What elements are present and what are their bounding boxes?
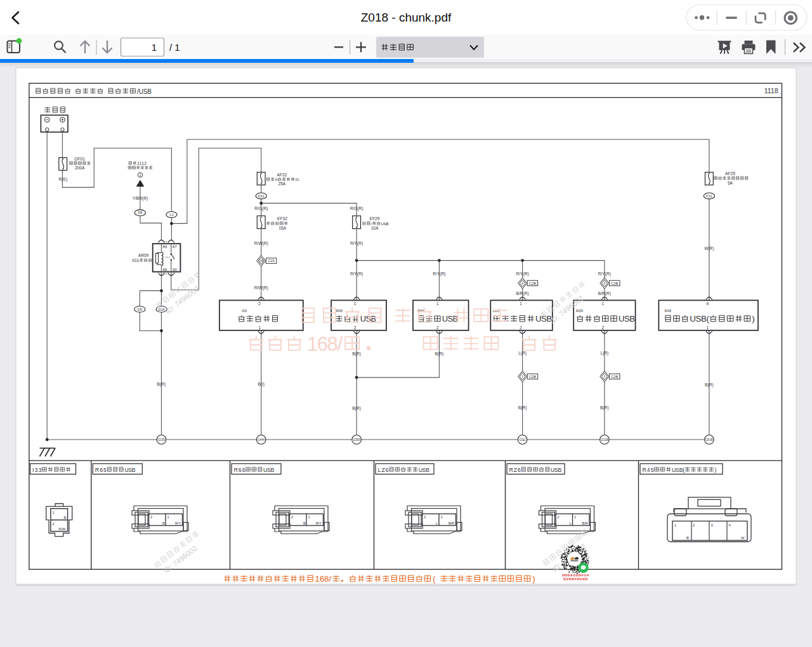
svg-text:Y/BR(R): Y/BR(R)	[133, 196, 148, 201]
svg-text:IG: IG	[295, 177, 299, 181]
svg-text:R/Y(R): R/Y(R)	[516, 271, 529, 277]
svg-text:): )	[752, 314, 754, 324]
svg-text:R/W(R): R/W(R)	[254, 285, 268, 291]
svg-text:B(R): B(R)	[435, 351, 444, 356]
svg-text:D5: D5	[138, 308, 142, 311]
svg-text:B(R): B(R)	[518, 405, 527, 410]
svg-text:2: 2	[693, 523, 695, 527]
svg-text:L1: L1	[169, 212, 173, 216]
svg-text:4: 4	[707, 301, 709, 306]
svg-text:RZ6: RZ6	[576, 309, 583, 313]
svg-text:B: B	[64, 516, 67, 520]
svg-text:USB(: USB(	[690, 314, 709, 324]
svg-text:G155: G155	[158, 438, 166, 441]
svg-text:B: B	[686, 536, 689, 540]
svg-text:EF32: EF32	[277, 216, 287, 221]
svg-text:1: 1	[441, 515, 443, 519]
svg-text:R45: R45	[643, 467, 654, 473]
svg-text:/ 1: / 1	[169, 42, 180, 53]
svg-text:R/W: R/W	[59, 527, 67, 531]
svg-text:EF29: EF29	[370, 216, 380, 221]
svg-text:R/Y(R): R/Y(R)	[598, 271, 611, 277]
svg-text:18: 18	[259, 259, 263, 263]
svg-text:1: 1	[520, 301, 522, 306]
svg-text:R/Y(R): R/Y(R)	[350, 241, 363, 246]
svg-text:LZ6: LZ6	[378, 467, 389, 473]
svg-text:R/Y(R): R/Y(R)	[350, 271, 363, 277]
svg-text:B(R): B(R)	[352, 406, 361, 411]
svg-text:168/: 168/	[315, 574, 331, 584]
svg-text:R(E): R(E)	[59, 177, 68, 182]
svg-text:2: 2	[603, 281, 605, 285]
svg-text:B(R): B(R)	[705, 382, 714, 388]
svg-text:IG1: IG1	[133, 258, 140, 263]
svg-text:L(R): L(R)	[600, 351, 608, 356]
svg-text:R/Y: R/Y	[316, 521, 322, 525]
svg-text:2: 2	[436, 325, 439, 330]
svg-text:168/: 168/	[307, 333, 343, 355]
svg-text:G31B: G31B	[601, 438, 608, 441]
svg-text:30: 30	[173, 267, 177, 271]
svg-text:86: 86	[163, 267, 167, 271]
svg-text:7: 7	[603, 375, 605, 379]
svg-text:I33: I33	[32, 467, 42, 473]
svg-text:2: 2	[354, 325, 357, 330]
svg-text:1: 1	[258, 325, 261, 330]
svg-text:1: 1	[152, 42, 157, 53]
svg-text:R45: R45	[665, 309, 672, 313]
svg-text:AF25: AF25	[725, 171, 735, 176]
svg-text:R65: R65	[95, 467, 107, 473]
svg-text:2: 2	[602, 325, 605, 330]
svg-text:L(R): L(R)	[518, 351, 527, 356]
svg-text:B(R): B(R)	[352, 351, 361, 356]
svg-text:D8: D8	[138, 211, 142, 214]
svg-text:B/R(R): B/R(R)	[516, 291, 529, 296]
svg-text:Z018 - chunk.pdf: Z018 - chunk.pdf	[361, 11, 452, 24]
svg-text:2: 2	[521, 281, 523, 285]
svg-text:I33: I33	[242, 309, 247, 313]
svg-text:15A: 15A	[278, 226, 286, 230]
svg-text:10A: 10A	[371, 226, 379, 230]
svg-text:): )	[714, 467, 716, 473]
svg-text:/USB: /USB	[137, 88, 152, 95]
svg-text:USB: USB	[124, 467, 136, 473]
svg-text:B/R: B/R	[582, 521, 588, 525]
svg-text:1: 1	[674, 523, 676, 527]
svg-text:/: /	[371, 221, 372, 226]
svg-text:B/R: B/R	[449, 521, 454, 525]
svg-text:1: 1	[602, 301, 605, 306]
svg-text:R66: R66	[234, 467, 246, 473]
svg-text:USB: USB	[381, 221, 389, 226]
svg-text:B(I): B(I)	[258, 382, 265, 387]
svg-text:B/R(R): B/R(R)	[598, 291, 611, 296]
svg-text:B(R): B(R)	[157, 382, 166, 387]
svg-text:R/G(R): R/G(R)	[350, 206, 363, 211]
svg-text:USB: USB	[619, 314, 635, 324]
svg-text:AF22: AF22	[277, 173, 287, 177]
svg-text:1: 1	[53, 511, 55, 514]
svg-text:): )	[532, 574, 535, 584]
svg-text:R/Y(R): R/Y(R)	[433, 271, 445, 277]
svg-text:87: 87	[173, 244, 177, 249]
svg-text:W: W	[741, 536, 745, 540]
svg-text:L: L	[570, 521, 572, 525]
svg-text:1112: 1112	[137, 161, 147, 166]
svg-text:R65: R65	[336, 309, 343, 313]
svg-text:USB: USB	[419, 467, 430, 473]
svg-text:200A: 200A	[75, 166, 85, 170]
svg-text:3: 3	[711, 523, 713, 527]
svg-text:W(R): W(R)	[704, 246, 714, 251]
svg-text:C2B: C2B	[611, 282, 618, 285]
svg-text:1: 1	[140, 173, 141, 177]
svg-text:1: 1	[574, 515, 576, 519]
svg-text:USB: USB	[263, 467, 275, 473]
svg-text:L: L	[436, 521, 438, 525]
svg-text:B: B	[162, 521, 165, 525]
svg-text:GF01: GF01	[74, 157, 85, 161]
svg-text:R/Y: R/Y	[175, 521, 181, 525]
svg-text:1: 1	[436, 301, 439, 306]
svg-text:2: 2	[258, 301, 261, 306]
svg-text:2: 2	[424, 515, 426, 519]
svg-text:G444: G444	[258, 438, 265, 441]
svg-text:C2B: C2B	[529, 375, 536, 379]
